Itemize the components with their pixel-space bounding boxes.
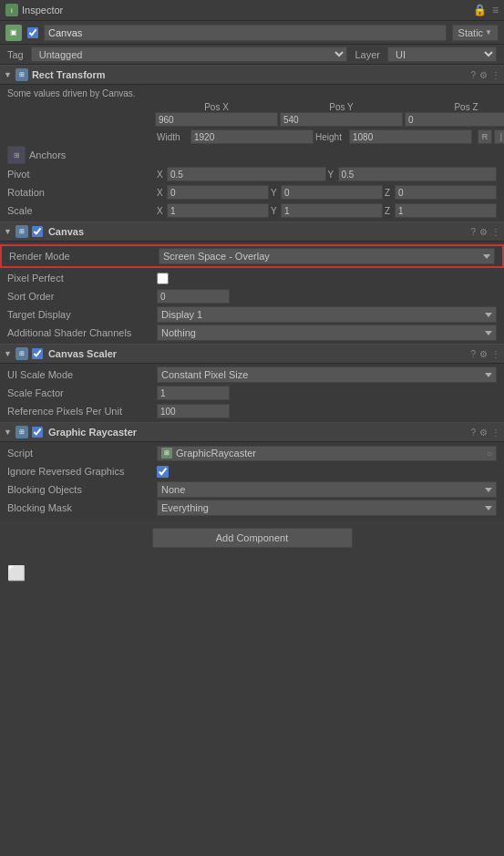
object-name-input[interactable] (44, 25, 447, 41)
additional-shader-select[interactable]: Nothing (157, 325, 497, 341)
anchors-row: ⊞ Anchors (0, 145, 504, 165)
lock-icon[interactable]: 🔒 (473, 4, 487, 16)
graphic-raycaster-checkbox[interactable] (32, 427, 43, 438)
canvas-settings[interactable]: ⚙ (479, 227, 488, 237)
tag-layer-row: Tag Untagged Layer UI (0, 45, 504, 65)
pivot-y-input[interactable] (338, 167, 498, 181)
rotation-label: Rotation (7, 187, 153, 198)
canvas-section-icon: ⊞ (15, 225, 28, 238)
canvas-scaler-help[interactable]: ? (470, 349, 476, 359)
tag-label: Tag (7, 49, 24, 60)
bp-button[interactable]: | (494, 129, 504, 144)
ref-pixels-input[interactable] (157, 404, 230, 418)
rect-transform-more[interactable]: ⋮ (491, 70, 500, 80)
script-link-button[interactable]: ○ (487, 449, 492, 459)
object-active-checkbox[interactable] (27, 27, 38, 38)
target-display-label: Target Display (7, 309, 153, 320)
render-mode-select[interactable]: Screen Space - Overlay (159, 248, 495, 264)
pixel-perfect-checkbox[interactable] (157, 273, 169, 284)
r-button[interactable]: R (478, 129, 492, 144)
scale-z-label: Z (385, 206, 394, 216)
static-label: Static (458, 27, 484, 38)
pos-y-label: Pos Y (280, 102, 403, 112)
canvas-section-header: ▼ ⊞ Canvas ? ⚙ ⋮ (0, 222, 504, 242)
scale-label: Scale (7, 205, 153, 216)
render-mode-label: Render Mode (9, 251, 155, 262)
height-label: Height (315, 132, 347, 142)
scale-z-input[interactable] (395, 203, 497, 218)
rect-transform-help[interactable]: ? (470, 70, 476, 80)
scale-x-input[interactable] (167, 203, 269, 218)
layer-dropdown[interactable]: UI (387, 46, 497, 62)
canvas-more[interactable]: ⋮ (491, 227, 500, 237)
ui-scale-mode-row: UI Scale Mode Constant Pixel Size (0, 366, 504, 384)
sort-order-input[interactable] (157, 289, 230, 304)
object-icon: ▣ (5, 25, 22, 41)
ui-scale-mode-select[interactable]: Constant Pixel Size (157, 366, 497, 383)
canvas-scaler-content: UI Scale Mode Constant Pixel Size Scale … (0, 364, 504, 422)
rect-transform-arrow[interactable]: ▼ (4, 70, 12, 79)
scale-row: Scale X Y Z (0, 201, 504, 220)
blocking-mask-label: Blocking Mask (7, 502, 153, 513)
pos-x-label: Pos X (155, 102, 278, 112)
pos-y-input[interactable] (280, 112, 403, 127)
additional-shader-row: Additional Shader Channels Nothing (0, 324, 504, 342)
inspector-title: Inspector (22, 5, 63, 15)
graphic-raycaster-arrow[interactable]: ▼ (4, 428, 12, 437)
ref-pixels-row: Reference Pixels Per Unit (0, 402, 504, 420)
width-height-row: Width Height R | (0, 129, 504, 145)
graphic-raycaster-icon: ⊞ (15, 426, 28, 438)
width-input[interactable] (190, 129, 314, 144)
script-label: Script (7, 448, 153, 459)
add-component-button[interactable]: Add Component (152, 528, 353, 548)
rect-transform-content: Some values driven by Canvas. Pos X Pos … (0, 85, 504, 222)
canvas-content: Render Mode Screen Space - Overlay Pixel… (0, 242, 504, 344)
canvas-scaler-checkbox[interactable] (32, 348, 43, 359)
ignore-reversed-label: Ignore Reversed Graphics (7, 466, 153, 477)
layer-label: Layer (355, 49, 380, 60)
pivot-x-input[interactable] (167, 167, 326, 181)
canvas-scaler-settings[interactable]: ⚙ (479, 349, 488, 359)
canvas-arrow[interactable]: ▼ (4, 227, 12, 236)
scale-factor-label: Scale Factor (7, 387, 153, 398)
blocking-objects-label: Blocking Objects (7, 484, 153, 495)
ignore-reversed-checkbox[interactable] (157, 466, 169, 478)
canvas-help[interactable]: ? (470, 227, 476, 237)
pivot-y-label: Y (328, 170, 337, 180)
blocking-mask-select[interactable]: Everything (157, 500, 497, 516)
title-bar: i Inspector 🔒 ≡ (0, 0, 504, 21)
script-value-box: ⊞ GraphicRaycaster ○ (157, 446, 497, 461)
sort-order-label: Sort Order (7, 291, 153, 302)
rot-z-input[interactable] (395, 185, 497, 200)
rotation-row: Rotation X Y Z (0, 183, 504, 201)
canvas-scaler-title: Canvas Scaler (48, 348, 468, 359)
graphic-raycaster-help[interactable]: ? (470, 428, 476, 438)
canvas-scaler-arrow[interactable]: ▼ (4, 349, 12, 358)
height-input[interactable] (349, 129, 472, 144)
pos-x-input[interactable] (155, 112, 278, 127)
graphic-raycaster-title: Graphic Raycaster (48, 427, 468, 438)
scale-y-input[interactable] (281, 203, 383, 218)
add-component-row: Add Component (0, 519, 504, 557)
scale-factor-input[interactable] (157, 386, 230, 400)
scale-y-label: Y (271, 206, 280, 216)
rot-x-input[interactable] (167, 185, 269, 200)
rot-y-input[interactable] (281, 185, 383, 200)
graphic-raycaster-header: ▼ ⊞ Graphic Raycaster ? ⚙ ⋮ (0, 422, 504, 442)
anchors-icon[interactable]: ⊞ (7, 146, 26, 164)
target-display-select[interactable]: Display 1 (157, 306, 497, 323)
menu-icon[interactable]: ≡ (492, 4, 499, 16)
static-arrow: ▼ (485, 28, 492, 36)
script-row: Script ⊞ GraphicRaycaster ○ (0, 444, 504, 462)
canvas-checkbox[interactable] (32, 226, 43, 237)
pos-z-input[interactable] (405, 112, 504, 127)
tag-dropdown[interactable]: Untagged (31, 46, 348, 62)
rect-transform-settings[interactable]: ⚙ (479, 70, 488, 80)
canvas-scaler-more[interactable]: ⋮ (491, 349, 500, 359)
additional-shader-label: Additional Shader Channels (7, 327, 153, 338)
graphic-raycaster-settings[interactable]: ⚙ (479, 428, 488, 438)
blocking-objects-select[interactable]: None (157, 481, 497, 498)
rot-x-label: X (157, 188, 166, 198)
static-button[interactable]: Static ▼ (452, 25, 499, 41)
graphic-raycaster-more[interactable]: ⋮ (491, 428, 500, 438)
